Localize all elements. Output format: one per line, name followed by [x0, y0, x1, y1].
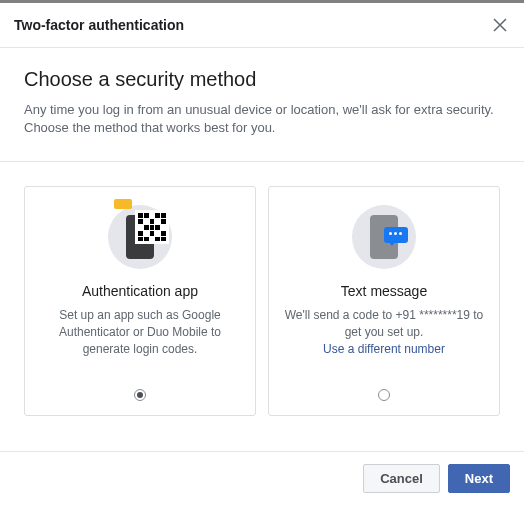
dialog-content: Choose a security method Any time you lo… [0, 48, 524, 451]
option-description: We'll send a code to +91 ********19 to g… [283, 307, 485, 375]
option-description-text: We'll send a code to +91 ********19 to g… [285, 308, 484, 339]
two-factor-dialog: Two-factor authentication Choose a secur… [0, 0, 524, 505]
cancel-button[interactable]: Cancel [363, 464, 440, 493]
close-button[interactable] [490, 15, 510, 35]
method-cards: Authentication app Set up an app such as… [24, 186, 500, 416]
option-description: Set up an app such as Google Authenticat… [39, 307, 241, 375]
option-text-message[interactable]: Text message We'll send a code to +91 **… [268, 186, 500, 416]
option-title: Authentication app [82, 283, 198, 299]
dialog-header: Two-factor authentication [0, 3, 524, 48]
divider [0, 161, 524, 162]
next-button[interactable]: Next [448, 464, 510, 493]
option-title: Text message [341, 283, 427, 299]
use-different-number-link[interactable]: Use a different number [323, 342, 445, 356]
radio-text-message[interactable] [378, 389, 390, 401]
close-icon [493, 18, 507, 32]
radio-authentication-app[interactable] [134, 389, 146, 401]
intro-description: Any time you log in from an unusual devi… [24, 101, 500, 137]
text-message-icon [352, 205, 416, 269]
authentication-app-icon [108, 205, 172, 269]
dialog-title: Two-factor authentication [14, 17, 184, 33]
intro-title: Choose a security method [24, 68, 500, 91]
dialog-footer: Cancel Next [0, 451, 524, 505]
option-authentication-app[interactable]: Authentication app Set up an app such as… [24, 186, 256, 416]
